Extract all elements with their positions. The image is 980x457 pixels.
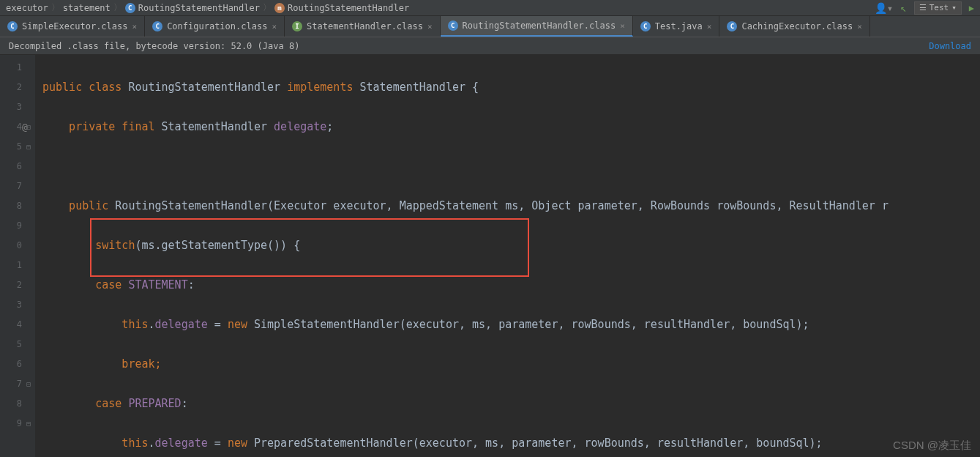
fold-end-icon[interactable]: ⊟ [23, 414, 34, 434]
line-number: 1 [17, 260, 22, 270]
breadcrumb-item[interactable]: RoutingStatementHandler [138, 3, 260, 13]
class-icon: C [727, 21, 737, 31]
line-number: 5 [17, 141, 22, 152]
chevron-right-icon: 〉 [113, 1, 122, 14]
chevron-right-icon: 〉 [51, 1, 60, 14]
line-number: 9 [17, 418, 22, 428]
watermark: CSDN @凌玉佳 [893, 439, 971, 453]
line-gutter: 1 2 3 @4 5 6 7 8 9 0 1 2 3 4 5 6 7 8 9 ⊟… [0, 55, 35, 457]
breadcrumb[interactable]: executor 〉 statement 〉 CRoutingStatement… [0, 1, 409, 14]
fold-icon[interactable]: ⊟ [23, 117, 34, 137]
fold-end-icon[interactable]: ⊟ [23, 374, 34, 394]
line-number: 9 [17, 220, 22, 231]
close-icon[interactable]: × [272, 22, 277, 31]
toolbar-right: 👤▾ ↖ ☰ Test ▾ ▶ [875, 1, 980, 15]
class-icon: C [640, 21, 651, 31]
download-sources-link[interactable]: Download [929, 41, 971, 51]
gutter-fold-icons: ⊟ ⊟ ⊟ ⊟ [23, 58, 34, 434]
method-icon: m [274, 3, 285, 13]
tab-label: SimpleExecutor.class [22, 21, 128, 31]
breadcrumb-item[interactable]: RoutingStatementHandler [288, 3, 409, 13]
breadcrumb-item[interactable]: statement [63, 3, 111, 13]
line-number: 6 [17, 161, 22, 171]
tab-label: RoutingStatementHandler.class [463, 21, 616, 31]
breadcrumb-item[interactable]: executor [6, 3, 48, 13]
line-number: 1 [17, 62, 22, 73]
close-icon[interactable]: × [427, 22, 433, 31]
run-config-label: Test [929, 3, 949, 12]
line-number: 8 [17, 398, 22, 409]
tab-caching-executor[interactable]: CCachingExecutor.class× [719, 16, 869, 37]
build-icon[interactable]: ↖ [900, 2, 906, 14]
line-number: 5 [17, 339, 22, 349]
close-icon[interactable]: × [707, 22, 712, 31]
chevron-down-icon: ▾ [951, 3, 957, 12]
close-icon[interactable]: × [620, 21, 625, 31]
class-icon: C [152, 21, 162, 31]
code-area[interactable]: public class RoutingStatementHandler imp… [35, 55, 980, 457]
line-number: 3 [17, 102, 22, 112]
line-number: 3 [17, 300, 22, 310]
line-number: 4 [17, 122, 22, 132]
run-config-icon: ☰ [919, 3, 927, 12]
class-icon: C [7, 21, 18, 31]
toolbar: executor 〉 statement 〉 CRoutingStatement… [0, 0, 980, 16]
class-icon: C [125, 3, 135, 13]
line-number: 7 [17, 379, 22, 389]
line-number: 8 [17, 201, 22, 211]
tab-routing-statement-handler[interactable]: CRoutingStatementHandler.class× [441, 16, 633, 37]
tab-label: StatementHandler.class [307, 21, 423, 31]
line-number: 7 [17, 181, 22, 191]
line-number: 2 [17, 280, 22, 290]
line-number: 6 [17, 359, 22, 369]
line-number: 2 [17, 82, 22, 92]
code-editor[interactable]: 1 2 3 @4 5 6 7 8 9 0 1 2 3 4 5 6 7 8 9 ⊟… [0, 55, 980, 457]
tab-configuration[interactable]: CConfiguration.class× [145, 16, 285, 37]
run-config-select[interactable]: ☰ Test ▾ [914, 1, 962, 15]
line-number: 4 [17, 319, 22, 330]
tab-label: CachingExecutor.class [741, 21, 853, 31]
close-icon[interactable]: × [857, 22, 862, 31]
run-icon[interactable]: ▶ [969, 3, 974, 13]
banner-text: Decompiled .class file, bytecode version… [9, 41, 299, 51]
tab-label: Test.java [655, 21, 703, 31]
decompile-banner: Decompiled .class file, bytecode version… [0, 37, 980, 55]
tab-test[interactable]: CTest.java× [633, 16, 720, 37]
close-icon[interactable]: × [132, 22, 138, 31]
tab-statement-handler[interactable]: IStatementHandler.class× [285, 16, 441, 37]
fold-icon[interactable]: ⊟ [23, 137, 34, 157]
tab-simple-executor[interactable]: CSimpleExecutor.class× [0, 16, 145, 37]
editor-tabs: CSimpleExecutor.class× CConfiguration.cl… [0, 16, 980, 37]
class-icon: C [448, 21, 458, 31]
tab-label: Configuration.class [167, 21, 267, 31]
chevron-right-icon: 〉 [263, 1, 272, 14]
line-number: 0 [17, 240, 22, 250]
interface-icon: I [292, 21, 302, 31]
user-icon[interactable]: 👤▾ [875, 2, 893, 14]
